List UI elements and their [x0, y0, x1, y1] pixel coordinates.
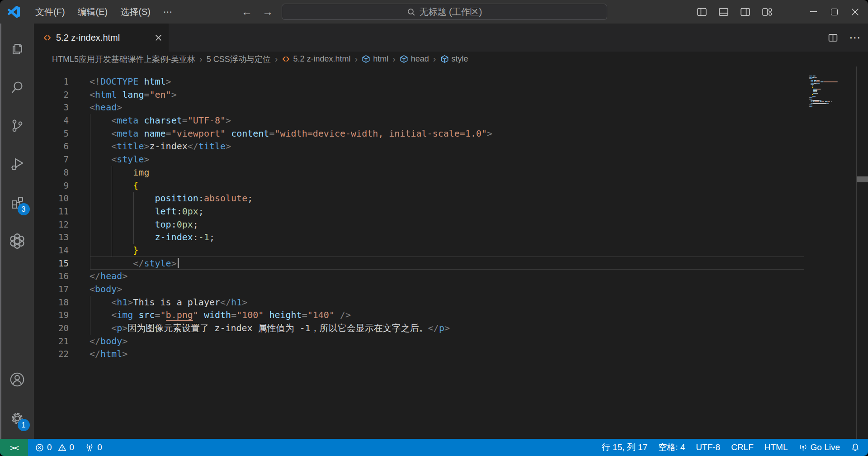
- minimap-line: [809, 97, 855, 98]
- run-debug-button[interactable]: [6, 153, 28, 175]
- breadcrumb-item-label: html: [373, 54, 388, 64]
- minimap-line: [809, 76, 855, 76]
- close-button[interactable]: [844, 0, 865, 24]
- cursor-position[interactable]: 行 15, 列 17: [596, 439, 653, 456]
- toggle-sidebar-icon[interactable]: [697, 7, 707, 17]
- code-line[interactable]: 21</body>: [34, 335, 868, 348]
- breadcrumb-item[interactable]: 5 CSS浮动与定位: [207, 54, 271, 65]
- minimap[interactable]: [809, 76, 855, 107]
- code-line[interactable]: 1<!DOCTYPE html>: [34, 75, 868, 88]
- ports-button[interactable]: 0: [80, 439, 108, 456]
- code-line-text: }: [90, 244, 138, 257]
- code-line[interactable]: 18 <h1>This is a player</h1>: [34, 296, 868, 309]
- line-number: 19: [34, 309, 69, 322]
- eol-sequence[interactable]: CRLF: [726, 439, 759, 456]
- minimap-line: [809, 83, 855, 84]
- line-number: 6: [34, 140, 69, 153]
- code-line[interactable]: 3<head>: [34, 101, 868, 114]
- encoding[interactable]: UTF-8: [690, 439, 726, 456]
- tab-active[interactable]: 5.2 z-index.html: [34, 24, 169, 52]
- code-line[interactable]: 9 {: [34, 179, 868, 192]
- minimap-line: [809, 100, 855, 101]
- line-number: 10: [34, 192, 69, 205]
- breadcrumb-item[interactable]: style: [440, 54, 468, 64]
- code-line[interactable]: 10 position:absolute;: [34, 192, 868, 205]
- extensions-button[interactable]: 3: [6, 192, 28, 214]
- forward-icon[interactable]: →: [262, 5, 274, 18]
- files-icon: [9, 41, 25, 57]
- code-line[interactable]: 8 img: [34, 166, 868, 179]
- menu-edit[interactable]: 编辑(E): [71, 0, 114, 24]
- code-region[interactable]: 1<!DOCTYPE html>2<html lang="en">3<head>…: [34, 66, 868, 439]
- code-line[interactable]: 19 <img src="b.png" width="100" height="…: [34, 309, 868, 322]
- toggle-secondary-sidebar-icon[interactable]: [740, 7, 750, 17]
- code-line[interactable]: 2<html lang="en">: [34, 88, 868, 101]
- workbench: 3: [0, 24, 868, 439]
- breadcrumb-item[interactable]: head: [400, 54, 429, 64]
- code-line[interactable]: 16</head>: [34, 270, 868, 283]
- customize-layout-icon[interactable]: [762, 7, 772, 17]
- window-resize-edge[interactable]: [0, 24, 1, 456]
- code-line[interactable]: 17<body>: [34, 283, 868, 296]
- code-line[interactable]: 14 }: [34, 244, 868, 257]
- line-number: 1: [34, 75, 69, 88]
- code-line-text: </head>: [90, 270, 127, 283]
- maximize-icon: [831, 9, 838, 15]
- minimap-line: [809, 104, 855, 105]
- go-live-button[interactable]: Go Live: [793, 439, 845, 456]
- screen: 文件(F) 编辑(E) 选择(S) ⋯ ← → 无标题 (工作区): [0, 0, 868, 456]
- line-number: 15: [34, 257, 69, 270]
- split-editor-icon[interactable]: [828, 33, 838, 43]
- command-center-search[interactable]: 无标题 (工作区): [282, 4, 607, 20]
- code-line[interactable]: 15 </style>: [34, 257, 868, 270]
- language-mode[interactable]: HTML: [759, 439, 793, 456]
- code-line[interactable]: 5 <meta name="viewport" content="width=d…: [34, 127, 868, 140]
- code-line[interactable]: 4 <meta charset="UTF-8">: [34, 114, 868, 127]
- source-control-button[interactable]: [6, 115, 28, 137]
- back-icon[interactable]: ←: [241, 5, 253, 18]
- line-number: 22: [34, 347, 69, 361]
- code-line[interactable]: 11 left:0px;: [34, 205, 868, 218]
- code-line-text: <meta name="viewport" content="width=dev…: [90, 127, 492, 140]
- search-button[interactable]: [6, 76, 28, 98]
- remote-indicator[interactable]: ><: [0, 439, 28, 456]
- notifications-button[interactable]: [845, 439, 865, 456]
- minimap-line: [809, 89, 855, 90]
- maximize-button[interactable]: [824, 0, 844, 24]
- more-actions-icon[interactable]: ⋯: [849, 31, 861, 45]
- toggle-panel-icon[interactable]: [718, 7, 729, 17]
- breadcrumb-item[interactable]: html: [362, 54, 388, 64]
- minimize-button[interactable]: [803, 0, 824, 24]
- minimap-line: [809, 103, 855, 104]
- line-number: 12: [34, 218, 69, 231]
- breadcrumb-item[interactable]: HTML5应用开发基础课件上案例-吴亚林: [52, 54, 195, 65]
- settings-button[interactable]: 1: [6, 408, 28, 429]
- tab-label: 5.2 z-index.html: [56, 33, 150, 43]
- line-number: 13: [34, 231, 69, 244]
- problems-button[interactable]: 0 0: [30, 439, 80, 456]
- code-line[interactable]: 12 top:0px;: [34, 218, 868, 231]
- minimap-line: [809, 99, 855, 100]
- breadcrumb-separator: ›: [199, 54, 203, 64]
- code-line[interactable]: 6 <title>z-index</title>: [34, 140, 868, 153]
- menu-file[interactable]: 文件(F): [29, 0, 71, 24]
- menu-selection[interactable]: 选择(S): [114, 0, 157, 24]
- code-line-text: </body>: [90, 335, 127, 348]
- code-line[interactable]: 7 <style>: [34, 153, 868, 166]
- search-icon: [407, 8, 415, 16]
- close-tab-icon[interactable]: [155, 34, 162, 42]
- accounts-button[interactable]: [6, 369, 28, 390]
- ai-extension-button[interactable]: [6, 230, 28, 252]
- scrollbar-thumb[interactable]: [857, 176, 868, 182]
- indentation[interactable]: 空格: 4: [653, 439, 690, 456]
- layout-controls: [697, 0, 772, 24]
- code-line-text: </html>: [90, 347, 127, 361]
- menu-more[interactable]: ⋯: [157, 0, 179, 24]
- code-line[interactable]: 20 <p>因为图像元素设置了 z-index 属性值为 -1，所以它会显示在文…: [34, 322, 868, 335]
- code-line[interactable]: 13 z-index:-1;: [34, 231, 868, 244]
- code-line[interactable]: 22</html>: [34, 347, 868, 361]
- symbol-cube-icon: [440, 55, 449, 63]
- explorer-button[interactable]: [6, 38, 28, 60]
- breadcrumb-item[interactable]: 5.2 z-index.html: [282, 54, 350, 64]
- radio-tower-icon: [85, 443, 94, 452]
